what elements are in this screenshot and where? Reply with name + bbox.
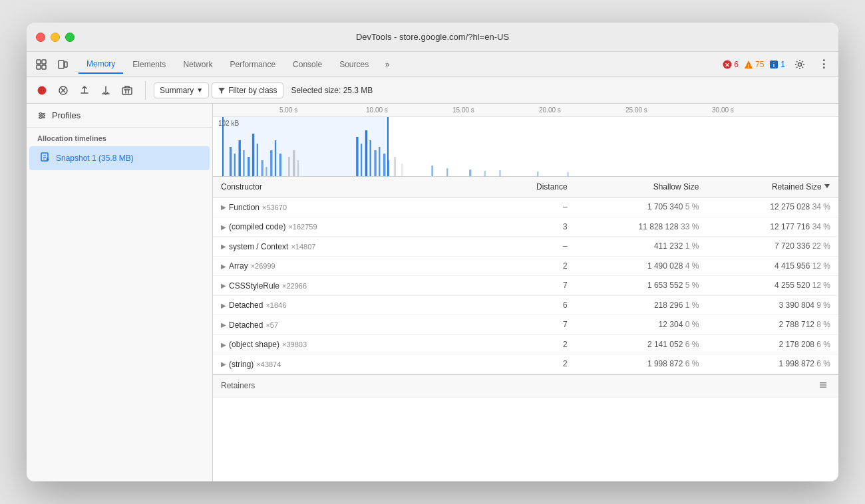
cell-shallow: 411 232 1 %	[576, 237, 707, 257]
expand-icon[interactable]: ▶	[221, 321, 226, 328]
close-button[interactable]	[36, 33, 45, 42]
minimize-button[interactable]	[51, 33, 60, 42]
svg-text:✕: ✕	[725, 62, 730, 68]
download-button[interactable]	[96, 81, 116, 100]
expand-icon[interactable]: ▶	[221, 341, 226, 348]
fullscreen-button[interactable]	[65, 33, 75, 42]
summary-dropdown[interactable]: Summary ▼	[154, 82, 209, 98]
svg-point-21	[40, 112, 42, 114]
timeline-selection[interactable]	[222, 117, 389, 177]
cell-constructor: ▶ system / Context ×14807	[213, 237, 494, 257]
table-row[interactable]: ▶ Detached ×57 7 12 304 0 % 2 788 712 8 …	[213, 315, 838, 335]
snapshot-item[interactable]: Snapshot 1 (35.8 MB)	[29, 146, 210, 170]
retainers-menu-icon[interactable]	[818, 380, 828, 390]
devtools-window: DevTools - store.google.com/?hl=en-US Me…	[27, 23, 838, 481]
error-badge[interactable]: ✕ 6	[723, 60, 739, 69]
table-row[interactable]: ▶ Detached ×1846 6 218 296 1 % 3 390 804…	[213, 295, 838, 315]
svg-rect-52	[394, 157, 396, 177]
toolbar-actions	[32, 81, 146, 100]
expand-icon[interactable]: ▶	[221, 282, 226, 289]
table-row[interactable]: ▶ (string) ×43874 2 1 998 872 6 % 1 998 …	[213, 354, 838, 374]
expand-icon[interactable]: ▶	[221, 360, 226, 368]
cell-retained: 2 178 208 6 %	[707, 334, 838, 354]
window-title: DevTools - store.google.com/?hl=en-US	[356, 32, 509, 42]
tab-network[interactable]: Network	[175, 56, 220, 73]
expand-icon[interactable]: ▶	[221, 243, 226, 250]
profiles-label: Profiles	[52, 110, 81, 120]
more-options-icon[interactable]: ⋮	[814, 55, 833, 74]
expand-icon[interactable]: ▶	[221, 302, 226, 309]
tab-console[interactable]: Console	[285, 56, 330, 73]
svg-rect-62	[820, 382, 826, 384]
tick-30s: 30.00 s	[712, 106, 734, 114]
svg-rect-4	[59, 61, 64, 68]
filter-by-class-button[interactable]: Filter by class	[212, 82, 283, 98]
cell-retained: 12 177 716 34 %	[707, 217, 838, 237]
title-bar: DevTools - store.google.com/?hl=en-US	[27, 23, 838, 52]
svg-rect-5	[65, 62, 67, 67]
stop-icon	[58, 85, 69, 96]
table-header-row: Constructor Distance Shallow Size Retain…	[213, 177, 838, 197]
gc-icon	[121, 85, 133, 96]
stop-button[interactable]	[53, 81, 73, 100]
svg-point-12	[798, 63, 802, 66]
summary-label: Summary	[160, 86, 194, 95]
memory-table: Constructor Distance Shallow Size Retain…	[213, 177, 838, 374]
svg-rect-0	[37, 60, 41, 64]
upload-button[interactable]	[75, 81, 94, 100]
header-constructor[interactable]: Constructor	[213, 177, 494, 197]
cell-constructor: ▶ (string) ×43874	[213, 354, 494, 374]
timeline-chart[interactable]: 102 kB	[213, 117, 838, 177]
retainers-section: Retainers	[213, 374, 838, 398]
settings-icon[interactable]	[790, 55, 809, 74]
main-content: Profiles Allocation timelines Snapshot 1…	[27, 104, 838, 481]
tab-performance[interactable]: Performance	[222, 56, 283, 73]
cell-constructor: ▶ CSSStyleRule ×22966	[213, 276, 494, 296]
cell-shallow: 218 296 1 %	[576, 295, 707, 315]
table-row[interactable]: ▶ Array ×26999 2 1 490 028 4 % 4 415 956…	[213, 256, 838, 276]
tab-memory[interactable]: Memory	[79, 55, 123, 74]
table-container[interactable]: Constructor Distance Shallow Size Retain…	[213, 177, 838, 481]
expand-icon[interactable]: ▶	[221, 203, 226, 211]
toolbar: Summary ▼ Filter by class Selected size:…	[27, 77, 838, 104]
table-row[interactable]: ▶ Function ×53670 – 1 705 340 5 % 12 275…	[213, 197, 838, 217]
cell-distance: 7	[494, 276, 576, 296]
tab-elements[interactable]: Elements	[124, 56, 174, 73]
svg-rect-54	[431, 166, 432, 177]
more-tabs-button[interactable]: »	[378, 55, 397, 74]
table-row[interactable]: ▶ CSSStyleRule ×22966 7 1 653 552 5 % 4 …	[213, 276, 838, 296]
tick-5s: 5.00 s	[279, 106, 297, 114]
cleanup-button[interactable]	[117, 81, 137, 100]
cell-retained: 4 415 956 12 %	[707, 256, 838, 276]
section-label: Allocation timelines	[27, 128, 212, 146]
record-button[interactable]	[32, 81, 52, 100]
cell-constructor: ▶ (object shape) ×39803	[213, 334, 494, 354]
info-badge[interactable]: i 1	[769, 60, 785, 69]
svg-rect-60	[567, 172, 568, 177]
timeline-area: 5.00 s 10.00 s 15.00 s 20.00 s 25.00 s 3…	[213, 104, 838, 177]
svg-marker-61	[824, 184, 830, 188]
info-icon: i	[769, 60, 778, 69]
cell-distance: 3	[494, 217, 576, 237]
header-shallow-size[interactable]: Shallow Size	[576, 177, 707, 197]
tab-sources[interactable]: Sources	[331, 56, 377, 73]
svg-text:!: !	[748, 63, 750, 69]
header-distance[interactable]: Distance	[494, 177, 576, 197]
cell-retained: 1 998 872 6 %	[707, 354, 838, 374]
expand-icon[interactable]: ▶	[221, 263, 226, 270]
warning-badge[interactable]: ! 75	[744, 60, 764, 69]
device-icon[interactable]	[53, 55, 72, 74]
cell-retained: 12 275 028 34 %	[707, 197, 838, 217]
table-row[interactable]: ▶ (compiled code) ×162759 3 11 828 128 3…	[213, 217, 838, 237]
expand-icon[interactable]: ▶	[221, 223, 226, 231]
filter-icon	[218, 86, 226, 94]
timeline-ruler: 5.00 s 10.00 s 15.00 s 20.00 s 25.00 s 3…	[213, 104, 838, 117]
header-retained-size[interactable]: Retained Size	[707, 177, 838, 197]
table-row[interactable]: ▶ system / Context ×14807 – 411 232 1 % …	[213, 237, 838, 257]
sort-desc-icon	[824, 183, 830, 189]
table-row[interactable]: ▶ (object shape) ×39803 2 2 141 052 6 % …	[213, 334, 838, 354]
cell-retained: 7 720 336 22 %	[707, 237, 838, 257]
tick-15s: 15.00 s	[452, 106, 474, 114]
inspect-icon[interactable]	[32, 55, 51, 74]
cell-distance: 2	[494, 354, 576, 374]
